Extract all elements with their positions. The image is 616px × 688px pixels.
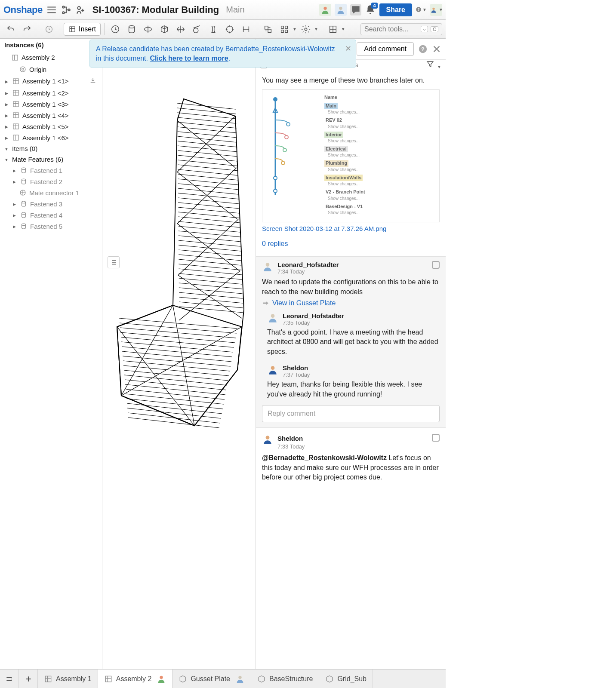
svg-line-93 <box>123 366 229 376</box>
redo-button[interactable] <box>20 22 34 37</box>
tree-fastened-2[interactable]: Fastened 2 <box>0 176 102 187</box>
tree-assembly-1-1[interactable]: Assembly 1 <1> <box>0 75 102 87</box>
search-tools-input[interactable]: Search tools... ⌵ C <box>360 23 442 35</box>
tool-replace-icon[interactable] <box>261 22 275 37</box>
tool-revolve-icon[interactable] <box>141 22 155 37</box>
notification-badge: 4 <box>371 3 377 9</box>
svg-line-95 <box>124 375 227 385</box>
logo[interactable]: Onshape <box>3 4 43 15</box>
insert-label: Insert <box>79 25 96 33</box>
notification-icon[interactable]: 4 <box>365 4 376 15</box>
tab-add-icon[interactable] <box>19 670 38 688</box>
tree-assembly-1-6[interactable]: Assembly 1 <6> <box>0 132 102 143</box>
download-icon <box>89 77 97 86</box>
reply-input[interactable]: Reply comment <box>262 405 440 422</box>
tab-gusset-plate[interactable]: Gusset Plate <box>172 670 251 688</box>
sync-icon[interactable] <box>42 22 56 37</box>
tool-move-icon[interactable] <box>173 22 188 37</box>
tree-icon[interactable] <box>61 4 72 15</box>
add-icon[interactable] <box>75 4 86 15</box>
tool-fastener-icon[interactable] <box>206 22 221 37</box>
svg-line-98 <box>126 389 225 399</box>
insert-button[interactable]: Insert <box>64 23 101 36</box>
view-in-link[interactable]: View in Gusset Plate <box>256 299 446 307</box>
tree-fastened-3[interactable]: Fastened 3 <box>0 198 102 209</box>
attachment-filename[interactable]: Screen Shot 2020-03-12 at 7.37.26 AM.png <box>262 224 440 233</box>
add-comment-button[interactable]: Add comment <box>357 42 414 56</box>
svg-line-75 <box>179 273 242 280</box>
menu-icon[interactable] <box>46 4 57 15</box>
replies-link[interactable]: 0 replies <box>262 239 440 249</box>
svg-line-47 <box>178 141 237 147</box>
user-avatar-2[interactable] <box>335 4 347 16</box>
tree-origin[interactable]: Origin <box>0 64 102 75</box>
tool-clock-icon[interactable] <box>108 22 123 37</box>
svg-line-52 <box>178 165 238 171</box>
svg-point-110 <box>286 123 290 126</box>
canvas-list-icon[interactable] <box>108 256 120 268</box>
doc-branch[interactable]: Main <box>226 5 244 15</box>
svg-point-116 <box>266 263 270 267</box>
doc-title[interactable]: SI-100367: Modular Building <box>92 4 219 15</box>
tool-pattern-dropdown[interactable]: ▼ <box>277 22 297 37</box>
tree-fastened-4[interactable]: Fastened 4 <box>0 209 102 221</box>
comment-body: We need to update the configurations on … <box>256 275 446 299</box>
help-icon[interactable]: ?▼ <box>416 4 427 15</box>
tool-cube-icon[interactable] <box>157 22 172 37</box>
tree-fastened-1[interactable]: Fastened 1 <box>0 165 102 176</box>
mention[interactable]: @Bernadette_Rostenkowski-Wolowitz <box>262 454 387 461</box>
svg-rect-10 <box>70 27 75 32</box>
svg-line-43 <box>177 122 236 128</box>
tool-measure-icon[interactable] <box>239 22 253 37</box>
3d-canvas[interactable]: A Release candidate has been created by … <box>102 39 256 669</box>
mate-features-header[interactable]: Mate Features (6) <box>0 154 102 165</box>
resolve-checkbox[interactable] <box>432 434 440 442</box>
svg-point-3 <box>77 6 80 9</box>
tree-assembly-2[interactable]: Assembly 2 <box>0 51 102 64</box>
svg-line-86 <box>120 332 235 343</box>
feature-tree-sidebar: Instances (6) Assembly 2 Origin Assembly… <box>0 39 102 669</box>
svg-point-115 <box>274 189 277 193</box>
instances-header[interactable]: Instances (6) <box>0 39 102 51</box>
svg-line-89 <box>122 347 232 357</box>
svg-point-34 <box>22 179 26 181</box>
tab-settings-icon[interactable] <box>0 670 19 688</box>
tool-tangent-icon[interactable] <box>190 22 204 37</box>
bottom-tabs: Assembly 1 Assembly 2 Gusset Plate BaseS… <box>0 669 446 688</box>
resolve-checkbox[interactable] <box>432 261 440 269</box>
tab-assembートるembly-1[interactable]: Assembly 1 <box>38 670 98 688</box>
help-icon[interactable]: ? <box>418 44 428 54</box>
tool-gear-dropdown[interactable]: ▼ <box>299 22 318 37</box>
tab-base-structure[interactable]: BaseStructure <box>251 670 319 688</box>
banner-close-icon[interactable]: ✕ <box>345 43 351 54</box>
undo-button[interactable] <box>3 22 18 37</box>
tree-assembly-1-4[interactable]: Assembly 1 <4> <box>0 110 102 121</box>
svg-line-54 <box>178 174 239 180</box>
tree-mate-connector[interactable]: Mate connector 1 <box>0 187 102 198</box>
tree-assembly-1-5[interactable]: Assembly 1 <5> <box>0 121 102 132</box>
svg-text:?: ? <box>418 8 420 12</box>
comment-icon[interactable] <box>350 4 361 15</box>
svg-line-45 <box>178 132 237 138</box>
user-avatar-1[interactable] <box>319 4 331 16</box>
svg-point-5 <box>339 6 342 9</box>
attachment-preview[interactable]: Name MainShow changes... REV 02Show chan… <box>262 89 440 222</box>
tab-grid-sub[interactable]: Grid_Sub <box>319 670 373 688</box>
close-panel-icon[interactable] <box>432 44 441 54</box>
commenter-name[interactable]: Leonard_Hofstadter <box>277 261 339 268</box>
items-header[interactable]: Items (0) <box>0 143 102 154</box>
svg-point-37 <box>22 212 26 215</box>
banner-link[interactable]: Click here to learn more <box>150 55 228 62</box>
tool-cylinder-icon[interactable] <box>124 22 139 37</box>
svg-line-92 <box>123 361 230 371</box>
tool-grid-dropdown[interactable]: ▼ <box>326 22 345 37</box>
tree-assembly-1-3[interactable]: Assembly 1 <3> <box>0 98 102 110</box>
tree-fastened-5[interactable]: Fastened 5 <box>0 221 102 232</box>
svg-point-33 <box>22 168 26 170</box>
tool-target-icon[interactable] <box>222 22 237 37</box>
current-user-avatar[interactable]: ▼ <box>430 4 442 16</box>
tree-assembly-1-2[interactable]: Assembly 1 <2> <box>0 87 102 98</box>
share-button[interactable]: Share <box>379 3 412 16</box>
filter-icon[interactable]: ▼ <box>426 60 441 70</box>
tab-assembly-2[interactable]: Assembly 2 <box>98 670 173 688</box>
